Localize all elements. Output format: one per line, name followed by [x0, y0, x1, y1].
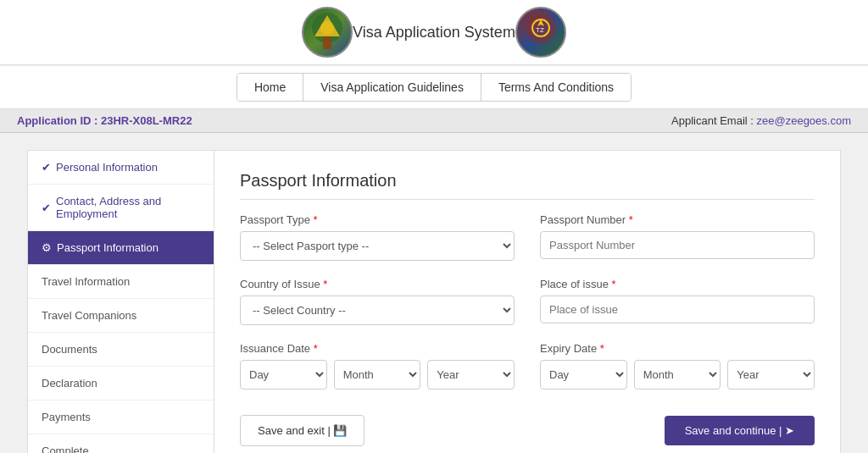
application-bar: Application ID : 23HR-X08L-MR22 Applican…	[0, 109, 868, 133]
sidebar-item-travel-companions[interactable]: Travel Companions	[28, 299, 214, 333]
issuance-date-label: Issuance Date *	[240, 342, 515, 355]
form-group-place: Place of issue *	[540, 278, 815, 325]
check-icon-contact: ✔	[42, 202, 51, 214]
passport-number-input[interactable]	[540, 231, 815, 259]
form-row-2: Country of Issue * -- Select Country -- …	[240, 278, 815, 325]
logo-left	[302, 7, 353, 58]
required-star-3: *	[323, 278, 327, 290]
svg-point-3	[320, 21, 334, 35]
svg-text:TZ: TZ	[536, 26, 544, 34]
sidebar-label-payments: Payments	[42, 411, 91, 423]
gear-icon-passport: ⚙	[42, 241, 52, 254]
expiry-year-select[interactable]: Year	[727, 360, 815, 389]
passport-type-label: Passport Type *	[240, 213, 515, 226]
form-row-3: Issuance Date * Day Month Year	[240, 342, 815, 389]
sidebar-label-contact: Contact, Address and Employment	[56, 195, 200, 220]
form-group-country: Country of Issue * -- Select Country --	[240, 278, 515, 325]
required-star-1: *	[314, 213, 318, 226]
sidebar-item-payments[interactable]: Payments	[28, 401, 214, 434]
issuance-day-select[interactable]: Day	[240, 360, 327, 389]
sidebar-label-declaration: Declaration	[42, 377, 97, 389]
sidebar-item-complete[interactable]: Complete	[28, 434, 214, 453]
logo-right-icon: TZ	[524, 11, 558, 53]
sidebar-label-companions: Travel Companions	[42, 309, 136, 322]
form-group-passport-number: Passport Number *	[540, 213, 815, 261]
required-star-5: *	[314, 342, 318, 355]
sidebar-item-personal-information[interactable]: ✔ Personal Information	[28, 151, 214, 185]
sidebar-label-travel: Travel Information	[42, 275, 130, 288]
sidebar-item-travel-information[interactable]: Travel Information	[28, 265, 214, 299]
logo-right: TZ	[515, 7, 566, 58]
place-label: Place of issue *	[540, 278, 815, 290]
place-of-issue-input[interactable]	[540, 296, 815, 323]
required-star-6: *	[600, 342, 604, 355]
save-exit-button[interactable]: Save and exit | 💾	[240, 415, 364, 446]
issuance-year-select[interactable]: Year	[427, 360, 515, 389]
email-label: Applicant Email :	[671, 114, 754, 127]
save-icon: 💾	[333, 424, 347, 437]
buttons-row: Save and exit | 💾 Save and continue | ➤	[240, 415, 815, 446]
expiry-date-label: Expiry Date *	[540, 342, 815, 355]
email-value[interactable]: zee@zeegoes.com	[757, 114, 851, 127]
form-row-1: Passport Type * -- Select Pasport type -…	[240, 213, 815, 261]
passport-number-label: Passport Number *	[540, 213, 815, 226]
content-area: Passport Information Passport Type * -- …	[214, 151, 840, 453]
nav-terms[interactable]: Terms And Conditions	[481, 74, 631, 101]
form-group-expiry-date: Expiry Date * Day Month Year	[540, 342, 815, 389]
passport-type-select[interactable]: -- Select Pasport type --	[240, 231, 515, 261]
app-id-label: Application ID :	[17, 114, 97, 127]
navbar: Home Visa Application Guidelines Terms A…	[0, 65, 868, 109]
required-star-2: *	[629, 213, 633, 226]
required-star-4: *	[612, 278, 616, 290]
site-title: Visa Application System	[353, 24, 515, 41]
logo-left-icon	[310, 11, 344, 53]
nav-home[interactable]: Home	[237, 74, 303, 101]
sidebar: ✔ Personal Information ✔ Contact, Addres…	[28, 151, 214, 453]
sidebar-label-documents: Documents	[42, 343, 97, 356]
check-icon-personal: ✔	[42, 161, 51, 174]
sidebar-item-declaration[interactable]: Declaration	[28, 367, 214, 401]
expiry-month-select[interactable]: Month	[634, 360, 721, 389]
sidebar-label-personal: Personal Information	[56, 161, 158, 174]
sidebar-item-documents[interactable]: Documents	[28, 333, 214, 367]
save-continue-button[interactable]: Save and continue | ➤	[665, 416, 815, 445]
issuance-date-group: Day Month Year	[240, 360, 515, 389]
nav-guidelines[interactable]: Visa Application Guidelines	[303, 74, 481, 101]
navbar-inner: Home Visa Application Guidelines Terms A…	[236, 73, 632, 102]
app-id-value: 23HR-X08L-MR22	[101, 114, 192, 127]
site-header: Visa Application System TZ	[0, 0, 868, 65]
sidebar-label-passport: Passport Information	[57, 241, 159, 254]
sidebar-item-contact-address[interactable]: ✔ Contact, Address and Employment	[28, 185, 214, 231]
arrow-icon: ➤	[785, 424, 794, 437]
issuance-month-select[interactable]: Month	[334, 360, 421, 389]
sidebar-label-complete: Complete	[42, 445, 89, 453]
expiry-date-group: Day Month Year	[540, 360, 815, 389]
form-group-passport-type: Passport Type * -- Select Pasport type -…	[240, 213, 515, 261]
svg-rect-2	[323, 36, 331, 49]
page-title: Passport Information	[240, 171, 815, 200]
form-group-issuance-date: Issuance Date * Day Month Year	[240, 342, 515, 389]
sidebar-item-passport-information[interactable]: ⚙ Passport Information	[28, 231, 214, 265]
main-container: ✔ Personal Information ✔ Contact, Addres…	[27, 150, 841, 453]
applicant-email-bar: Applicant Email : zee@zeegoes.com	[671, 114, 851, 127]
country-select[interactable]: -- Select Country --	[240, 296, 515, 325]
expiry-day-select[interactable]: Day	[540, 360, 627, 389]
application-id: Application ID : 23HR-X08L-MR22	[17, 114, 192, 127]
country-label: Country of Issue *	[240, 278, 515, 290]
